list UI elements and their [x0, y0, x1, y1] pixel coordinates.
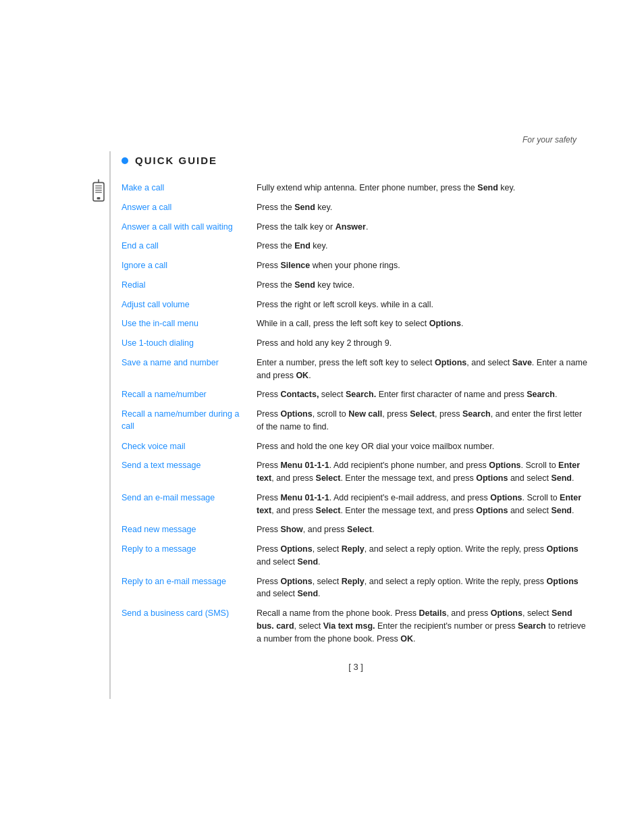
label-cell: Recall a name/number [122, 385, 257, 405]
left-border [109, 151, 111, 699]
label-cell: Make a call [122, 178, 257, 198]
content-area: QUICK GUIDE Make a callFully extend whip… [122, 151, 590, 699]
label-cell: Recall a name/number during a call [122, 405, 257, 437]
table-row: Recall a name/number during a callPress … [122, 405, 590, 437]
label-cell: Use the in-call menu [122, 314, 257, 334]
desc-cell: Press Options, select Reply, and select … [257, 540, 590, 572]
label-cell: Ignore a call [122, 256, 257, 276]
desc-cell: Press and hold any key 2 through 9. [257, 334, 590, 353]
label-cell: Reply to an e-mail message [122, 572, 257, 604]
desc-cell: Enter a number, press the left soft key … [257, 353, 590, 386]
label-cell: Adjust call volume [122, 295, 257, 315]
label-cell: Use 1-touch dialing [122, 334, 257, 353]
desc-cell: Press Silence when your phone rings. [257, 256, 590, 276]
table-row: Send a text messagePress Menu 01-1-1. Ad… [122, 456, 590, 488]
guide-table: Make a callFully extend whip antenna. En… [122, 178, 590, 648]
svg-rect-6 [97, 197, 101, 199]
desc-cell: While in a call, press the left soft key… [257, 314, 590, 334]
desc-cell: Press the right or left scroll keys. whi… [257, 295, 590, 315]
table-row: RedialPress the Send key twice. [122, 276, 590, 295]
safety-header: For your safety [0, 0, 644, 151]
table-row: End a callPress the End key. [122, 236, 590, 256]
title-row: QUICK GUIDE [122, 155, 590, 166]
label-cell: End a call [122, 236, 257, 256]
desc-cell: Press the Send key twice. [257, 276, 590, 295]
desc-cell: Press Contacts, select Search. Enter fir… [257, 385, 590, 405]
table-row: Reply to an e-mail messagePress Options,… [122, 572, 590, 604]
desc-cell: Press Show, and press Select. [257, 520, 590, 540]
label-cell: Answer a call with call waiting [122, 217, 257, 237]
desc-cell: Press and hold the one key OR dial your … [257, 437, 590, 457]
desc-cell: Recall a name from the phone book. Press… [257, 604, 590, 648]
label-cell: Answer a call [122, 198, 257, 217]
desc-cell: Press the talk key or Answer. [257, 217, 590, 237]
desc-cell: Press Options, scroll to New call, press… [257, 405, 590, 437]
page-number: [ 3 ] [122, 662, 590, 699]
desc-cell: Press Menu 01-1-1. Add recipient's e-mai… [257, 488, 590, 521]
desc-cell: Fully extend whip antenna. Enter phone n… [257, 178, 590, 198]
table-row: Recall a name/numberPress Contacts, sele… [122, 385, 590, 405]
desc-cell: Press the Send key. [257, 198, 590, 217]
table-row: Save a name and numberEnter a number, pr… [122, 353, 590, 386]
label-cell: Send an e-mail message [122, 488, 257, 521]
phone-icon [88, 178, 109, 210]
desc-cell: Press the End key. [257, 236, 590, 256]
table-row: Make a callFully extend whip antenna. En… [122, 178, 590, 198]
label-cell: Check voice mail [122, 437, 257, 457]
table-row: Ignore a callPress Silence when your pho… [122, 256, 590, 276]
page-title: QUICK GUIDE [135, 155, 217, 166]
safety-label: For your safety [522, 135, 576, 145]
table-row: Read new messagePress Show, and press Se… [122, 520, 590, 540]
table-row: Use the in-call menuWhile in a call, pre… [122, 314, 590, 334]
table-row: Answer a callPress the Send key. [122, 198, 590, 217]
desc-cell: Press Options, select Reply, and select … [257, 572, 590, 604]
page: For your safety QUICK GUIDE Make a callF… [0, 0, 644, 834]
table-row: Reply to a messagePress Options, select … [122, 540, 590, 572]
table-row: Check voice mailPress and hold the one k… [122, 437, 590, 457]
desc-cell: Press Menu 01-1-1. Add recipient's phone… [257, 456, 590, 488]
bullet-dot [122, 157, 128, 164]
label-cell: Reply to a message [122, 540, 257, 572]
label-cell: Read new message [122, 520, 257, 540]
label-cell: Redial [122, 276, 257, 295]
label-cell: Save a name and number [122, 353, 257, 386]
label-cell: Send a text message [122, 456, 257, 488]
table-row: Send a business card (SMS)Recall a name … [122, 604, 590, 648]
label-cell: Send a business card (SMS) [122, 604, 257, 648]
table-row: Use 1-touch dialingPress and hold any ke… [122, 334, 590, 353]
table-row: Send an e-mail messagePress Menu 01-1-1.… [122, 488, 590, 521]
table-row: Adjust call volumePress the right or lef… [122, 295, 590, 315]
table-row: Answer a call with call waitingPress the… [122, 217, 590, 237]
